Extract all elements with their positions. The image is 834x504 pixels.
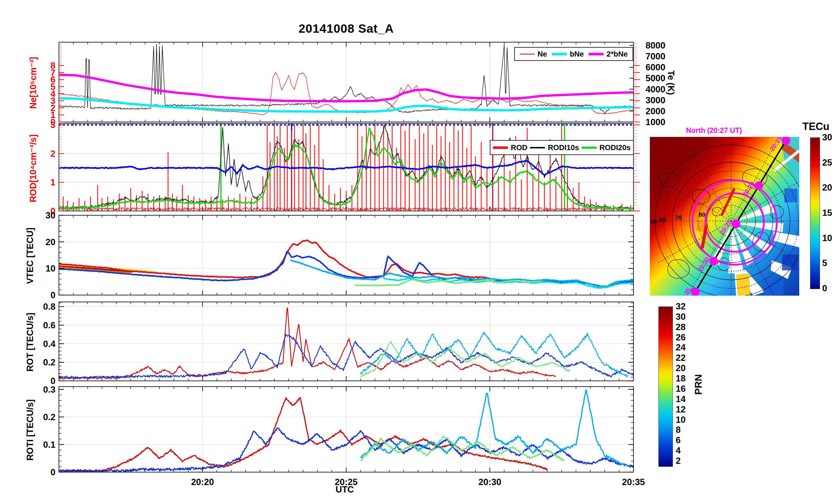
colorbar-tick-label: 0: [822, 283, 827, 294]
colorbar-tick-label: 26: [676, 333, 685, 343]
lat-label-60: 60: [659, 216, 666, 223]
tecu-colorbar: [810, 137, 820, 289]
legend-label: ROD: [511, 143, 527, 152]
svg-text:8: 8: [50, 61, 56, 71]
legend-label: RODI10s: [548, 143, 579, 152]
svg-text:0.2: 0.2: [43, 357, 56, 367]
colorbar-tick-label: 12: [676, 405, 685, 415]
legend-item-rod: ROD: [493, 143, 527, 152]
map-title: North (20:27 UT): [686, 126, 742, 135]
svg-text:2: 2: [50, 149, 56, 159]
colorbar-tick-label: 16: [676, 384, 685, 394]
tecu-colorbar-ticks: 302520151050: [822, 137, 834, 289]
svg-text:20:30: 20:30: [478, 477, 501, 487]
svg-text:7000: 7000: [645, 51, 665, 62]
svg-text:1: 1: [50, 177, 56, 187]
tecu-colorbar-title: TECu: [803, 120, 829, 133]
colorbar-tick-label: 20: [676, 363, 685, 373]
svg-text:0.1: 0.1: [43, 440, 56, 450]
figure-canvas: 20141008 Sat_A 0123456788000700060005000…: [0, 0, 834, 504]
prn-colorbar-ticks: 3230282624222018161412108642: [676, 306, 693, 466]
svg-text:0.6: 0.6: [43, 320, 56, 330]
colorbar-tick-label: 2: [676, 456, 681, 466]
colorbar-tick-label: 18: [676, 373, 685, 384]
map-raster: 20:15 20:20 20:25 20:30 20:35 50 60 70 8…: [650, 137, 799, 296]
legend-label: RODI20s: [599, 143, 631, 152]
svg-text:0: 0: [50, 467, 56, 477]
colorbar-tick-label: 30: [676, 312, 685, 322]
legend-swatch: [582, 147, 597, 149]
svg-text:0.3: 0.3: [43, 385, 56, 395]
colorbar-tick-label: 28: [676, 322, 685, 333]
colorbar-tick-label: 32: [676, 301, 685, 312]
svg-text:8000: 8000: [645, 41, 665, 50]
legend-item-rodi10s: RODI10s: [530, 143, 579, 152]
legend-panel1: NebNe2*bNe: [514, 47, 633, 61]
legend-swatch: [530, 147, 545, 148]
svg-text:2000: 2000: [645, 106, 665, 116]
lat-label-50: 50: [651, 218, 657, 225]
svg-text:6000: 6000: [645, 62, 665, 72]
legend-item-ne: Ne: [520, 50, 547, 59]
colorbar-tick-label: 10: [822, 233, 832, 244]
svg-text:20: 20: [46, 237, 56, 247]
y-label-roti: ROTI [TECU/s]: [25, 375, 35, 484]
svg-text:20:20: 20:20: [191, 477, 214, 487]
legend-swatch: [520, 54, 535, 54]
legend-label: bNe: [570, 50, 584, 59]
lat-label-80: 80: [699, 211, 705, 218]
svg-text:0.8: 0.8: [43, 302, 56, 312]
lat-label-70: 70: [675, 214, 682, 221]
legend-swatch: [589, 53, 603, 55]
svg-text:0.4: 0.4: [43, 339, 56, 349]
polar-tec-map: 20:15 20:20 20:25 20:30 20:35 50 60 70 8…: [650, 137, 799, 296]
colorbar-tick-label: 4: [676, 445, 681, 456]
svg-text:10: 10: [46, 264, 56, 274]
colorbar-tick-label: 15: [822, 208, 832, 218]
svg-text:20:35: 20:35: [622, 477, 645, 487]
legend-label: Ne: [537, 50, 547, 59]
colorbar-tick-label: 5: [822, 258, 827, 268]
legend-item-bne: bNe: [552, 50, 584, 59]
x-axis-label: UTC: [335, 484, 354, 495]
svg-text:4000: 4000: [645, 84, 665, 94]
legend-item-2bne: 2*bNe: [589, 50, 628, 59]
colorbar-tick-label: 10: [676, 415, 685, 425]
svg-text:1000: 1000: [645, 117, 665, 127]
svg-text:5000: 5000: [645, 73, 665, 83]
legend-swatch: [552, 53, 567, 55]
svg-text:30: 30: [46, 210, 56, 221]
prn-colorbar-label: PRN: [693, 374, 704, 395]
svg-text:3: 3: [50, 120, 56, 130]
svg-text:0: 0: [50, 290, 56, 300]
colorbar-tick-label: 14: [676, 394, 685, 405]
colorbar-tick-label: 25: [822, 158, 832, 168]
colorbar-tick-label: 30: [822, 132, 832, 143]
colorbar-tick-label: 20: [822, 183, 832, 193]
legend-swatch: [493, 146, 508, 149]
colorbar-tick-label: 22: [676, 353, 685, 363]
prn-colorbar: [658, 306, 673, 467]
legend-panel2: RODRODI10sRODI20s: [490, 140, 634, 155]
legend-item-rodi20s: RODI20s: [582, 143, 631, 152]
colorbar-tick-label: 6: [676, 435, 681, 445]
y-label-te: Te (K): [666, 60, 676, 106]
legend-label: 2*bNe: [607, 50, 628, 59]
colorbar-tick-label: 24: [676, 342, 685, 353]
colorbar-tick-label: 8: [676, 425, 681, 435]
map-yellow-patch: [736, 273, 750, 296]
svg-text:0.2: 0.2: [43, 412, 56, 422]
svg-text:3000: 3000: [645, 95, 665, 105]
